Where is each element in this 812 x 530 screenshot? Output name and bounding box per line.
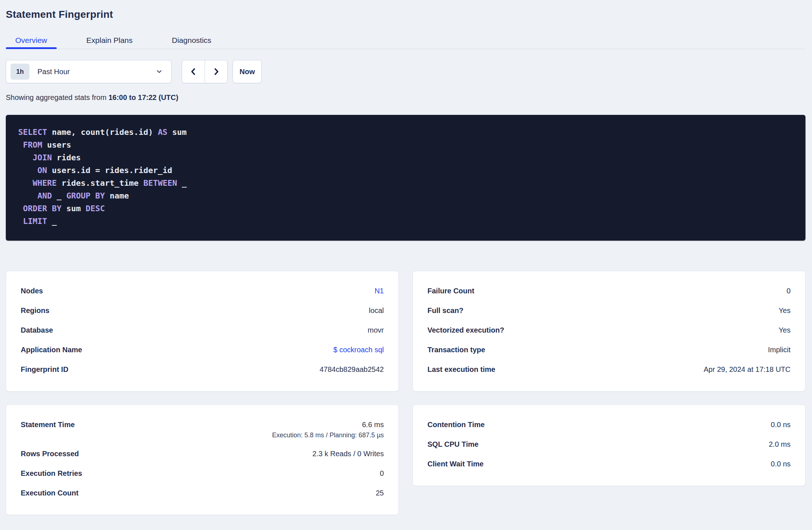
stat-value: 4784cb829aab2542: [319, 364, 384, 375]
stat-row: Statement Time6.6 msExecution: 5.8 ms / …: [21, 419, 384, 440]
summary-prefix: Showing aggregated stats from: [6, 93, 108, 101]
stat-row: Full scan?Yes: [427, 305, 791, 316]
stat-label: SQL CPU Time: [427, 438, 478, 450]
sql-keyword: FROM: [23, 140, 42, 149]
chevron-left-icon: [189, 68, 197, 76]
sql-text: users.id = rides.rider_id: [47, 166, 172, 175]
sql-text: [18, 166, 37, 175]
stat-value: 0: [380, 467, 384, 479]
stat-value: 0.0 ns: [771, 419, 791, 430]
stat-value-group: 2.3 k Reads / 0 Writes: [313, 448, 384, 459]
stat-value: Yes: [779, 305, 791, 316]
time-range-dropdown[interactable]: 1h Past Hour: [6, 60, 172, 83]
sql-keyword: AS: [158, 128, 168, 137]
stat-value-group: movr: [368, 324, 384, 336]
stat-row: Execution Retries0: [21, 467, 384, 479]
stat-row: Last execution timeApr 29, 2024 at 17:18…: [427, 364, 791, 375]
stat-label: Database: [21, 324, 53, 336]
details-cards-row: NodesN1RegionslocalDatabasemovrApplicati…: [6, 271, 805, 392]
sql-text: sum: [168, 128, 187, 137]
stat-row: Regionslocal: [21, 305, 384, 316]
tabs-bar: Overview Explain Plans Diagnostics: [6, 32, 805, 49]
time-range-badge: 1h: [11, 64, 29, 80]
next-interval-button[interactable]: [205, 60, 227, 83]
stat-value: 0: [787, 285, 791, 297]
stat-value-link[interactable]: $ cockroach sql: [333, 344, 384, 356]
stat-value-link[interactable]: N1: [374, 285, 384, 297]
stat-row: NodesN1: [21, 285, 384, 297]
sql-keyword: SELECT: [18, 128, 47, 137]
tab-explain-plans[interactable]: Explain Plans: [77, 32, 142, 49]
stat-label: Fingerprint ID: [21, 364, 68, 375]
sql-line: ORDER BY sum DESC: [18, 202, 795, 215]
sql-line: LIMIT _: [18, 215, 795, 228]
stat-value-group: local: [369, 305, 384, 316]
sql-line: SELECT name, count(rides.id) AS sum: [18, 126, 795, 138]
sql-keyword: GROUP BY: [66, 191, 105, 200]
tab-diagnostics[interactable]: Diagnostics: [162, 32, 221, 49]
sql-text: _: [177, 178, 187, 188]
sql-keyword: ORDER BY: [23, 204, 61, 213]
summary-range: 16:00 to 17:22 (UTC): [108, 93, 178, 101]
sql-text: [18, 191, 37, 200]
chevron-right-icon: [212, 68, 220, 76]
stat-value-group: N1: [374, 285, 384, 297]
sql-text: _: [47, 217, 57, 226]
sql-line: AND _ GROUP BY name: [18, 189, 795, 202]
sql-keyword: AND: [37, 191, 52, 200]
stat-label: Transaction type: [427, 344, 485, 356]
stat-row: Vectorized execution?Yes: [427, 324, 791, 336]
stat-value: movr: [368, 324, 384, 336]
stat-value-group: 6.6 msExecution: 5.8 ms / Planning: 687.…: [272, 419, 384, 440]
stat-row: Rows Processed2.3 k Reads / 0 Writes: [21, 448, 384, 459]
sql-text: [18, 217, 23, 226]
stat-value-group: 0: [380, 467, 384, 479]
stat-label: Statement Time: [21, 419, 75, 430]
chevron-down-icon: [156, 68, 162, 75]
sql-text: rides.start_time: [57, 178, 143, 188]
stat-value-group: Yes: [779, 324, 791, 336]
stat-row: Databasemovr: [21, 324, 384, 336]
stat-label: Full scan?: [427, 305, 463, 316]
now-button[interactable]: Now: [233, 60, 262, 83]
stat-row: Contention Time0.0 ns: [427, 419, 791, 430]
stat-row: Client Wait Time0.0 ns: [427, 458, 791, 470]
sql-text: rides: [52, 153, 81, 162]
statement-details-card: NodesN1RegionslocalDatabasemovrApplicati…: [6, 271, 399, 392]
previous-interval-button[interactable]: [182, 60, 205, 83]
sql-statement-box: SELECT name, count(rides.id) AS sum FROM…: [6, 115, 805, 241]
stat-label: Last execution time: [427, 364, 495, 375]
stat-label: Nodes: [21, 285, 43, 297]
time-step-group: [182, 60, 228, 83]
stat-value-group: Yes: [779, 305, 791, 316]
stat-row: Execution Count25: [21, 487, 384, 499]
sql-keyword: LIMIT: [23, 217, 47, 226]
stat-label: Application Name: [21, 344, 82, 356]
stat-row: Fingerprint ID4784cb829aab2542: [21, 364, 384, 375]
stat-label: Execution Retries: [21, 467, 82, 479]
sql-keyword: BETWEEN: [143, 178, 177, 188]
time-range-label: Past Hour: [37, 68, 156, 76]
stat-value-group: Apr 29, 2024 at 17:18 UTC: [704, 364, 791, 375]
wait-time-card: Contention Time0.0 nsSQL CPU Time2.0 msC…: [413, 405, 805, 486]
stat-value: 25: [376, 487, 384, 499]
aggregated-stats-summary: Showing aggregated stats from 16:00 to 1…: [6, 93, 805, 102]
sql-text: [18, 178, 33, 188]
sql-text: users: [42, 140, 71, 149]
sql-line: JOIN rides: [18, 151, 795, 164]
sql-line: FROM users: [18, 138, 795, 151]
stat-value-group: 2.0 ms: [769, 438, 791, 450]
stat-label: Execution Count: [21, 487, 79, 499]
stat-value-group: Implicit: [768, 344, 791, 356]
tab-overview[interactable]: Overview: [6, 32, 57, 49]
stat-value: Implicit: [768, 344, 791, 356]
sql-keyword: JOIN: [33, 153, 52, 162]
stat-label: Client Wait Time: [427, 458, 483, 470]
sql-text: [18, 204, 23, 213]
stat-value-group: 4784cb829aab2542: [319, 364, 384, 375]
stat-value: 0.0 ns: [771, 458, 791, 470]
page-title: Statement Fingerprint: [6, 9, 805, 20]
sql-line: ON users.id = rides.rider_id: [18, 164, 795, 177]
stat-row: Application Name$ cockroach sql: [21, 344, 384, 356]
stat-value-group: $ cockroach sql: [333, 344, 384, 356]
